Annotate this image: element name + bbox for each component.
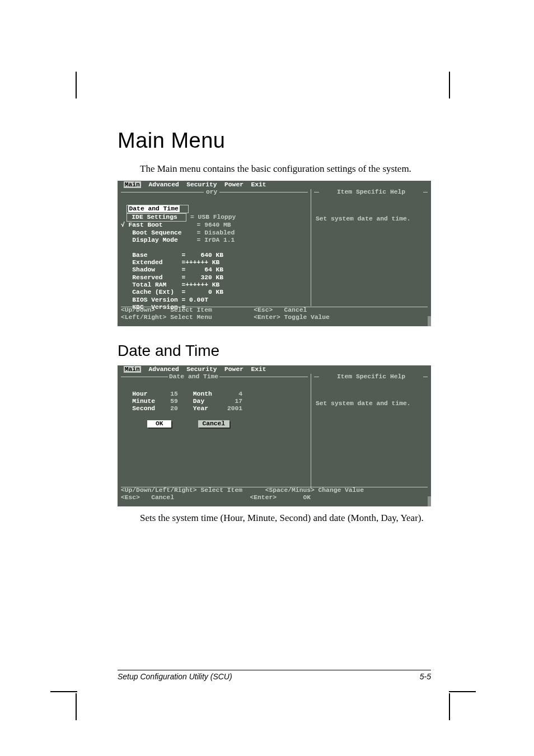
- value-minute[interactable]: 59: [170, 398, 178, 405]
- value-day[interactable]: 17: [235, 398, 242, 405]
- help-text: Set system date and time.: [316, 215, 428, 223]
- label-hour: Hour: [132, 391, 147, 397]
- bios-menubar: Main Advanced Security Power Exit: [118, 365, 431, 374]
- footer-page-number: 5-5: [420, 672, 431, 681]
- label-minute: Minute: [132, 398, 155, 405]
- mem-base-val: = 640 KB: [181, 252, 223, 259]
- value-hour[interactable]: 15: [170, 391, 178, 397]
- mem-biosver-val: = 0.00T: [181, 297, 208, 303]
- label-year: Year: [193, 405, 208, 412]
- label-day: Day: [193, 398, 204, 405]
- bios-main-screenshot: Main Advanced Security Power Exit ory It…: [118, 181, 431, 326]
- mem-biosver: BIOS Version: [132, 297, 177, 303]
- bios-date-time-screenshot: Main Advanced Security Power Exit Date a…: [118, 365, 431, 506]
- value-month[interactable]: 4: [238, 391, 242, 397]
- val-fast-boot: = 9640 MB: [197, 222, 231, 228]
- mem-shadow: Shadow: [132, 266, 155, 273]
- mem-reserved-val: = 320 KB: [181, 274, 223, 281]
- value-year[interactable]: 2001: [227, 405, 242, 412]
- intro-text: The Main menu contains the basic configu…: [140, 163, 431, 175]
- ok-button[interactable]: OK: [147, 420, 171, 428]
- menu-main[interactable]: Main: [124, 366, 141, 373]
- menu-exit[interactable]: Exit: [251, 181, 266, 188]
- value-second[interactable]: 20: [170, 405, 178, 412]
- crop-mark: [449, 693, 450, 720]
- menu-exit[interactable]: Exit: [251, 366, 266, 373]
- bios-footer: <Up/Down/Left/Right> Select Item <Space/…: [118, 486, 431, 504]
- page-title: Main Menu: [118, 129, 431, 153]
- item-fast-boot[interactable]: Fast Boot: [129, 222, 163, 228]
- bios-menubar: Main Advanced Security Power Exit: [118, 181, 431, 189]
- mem-reserved: Reserved: [132, 274, 162, 281]
- crop-mark: [76, 72, 77, 98]
- val-display-mode: = IrDA 1.1: [197, 237, 235, 243]
- mem-extended-val: =++++++ KB: [181, 259, 219, 266]
- fast-boot-check-icon: √: [121, 222, 125, 228]
- val-boot-seq: = Disabled: [197, 229, 235, 236]
- item-ide-settings[interactable]: IDE Settings: [132, 214, 177, 220]
- crop-mark: [50, 691, 77, 692]
- item-date-time[interactable]: Date and Time: [128, 205, 180, 212]
- mem-extended: Extended: [132, 259, 162, 266]
- menu-main[interactable]: Main: [124, 181, 141, 188]
- caption-text: Sets the system time (Hour, Minute, Seco…: [140, 512, 431, 525]
- mem-total-val: =++++++ KB: [181, 281, 219, 288]
- scrollbar-stub: [428, 496, 431, 506]
- sub-title: Date and Time: [118, 342, 431, 360]
- item-boot-sequence[interactable]: Boot Sequence: [132, 229, 181, 236]
- footer-left: Setup Configuration Utility (SCU): [118, 672, 232, 681]
- label-second: Second: [132, 405, 155, 412]
- mem-base: Base: [132, 252, 147, 259]
- menu-power[interactable]: Power: [224, 181, 243, 188]
- item-display-mode[interactable]: Display Mode: [132, 237, 177, 243]
- menu-security[interactable]: Security: [186, 366, 217, 373]
- page-footer: Setup Configuration Utility (SCU) 5-5: [118, 670, 431, 681]
- crop-mark: [449, 72, 450, 98]
- label-month: Month: [193, 391, 212, 397]
- mem-cache: Cache (Ext): [132, 289, 174, 295]
- val-ide: = USB Floppy: [190, 214, 236, 220]
- crop-mark: [449, 691, 476, 692]
- menu-advanced[interactable]: Advanced: [148, 181, 179, 188]
- help-text: Set system date and time.: [316, 400, 428, 407]
- menu-advanced[interactable]: Advanced: [148, 366, 179, 373]
- mem-shadow-val: = 64 KB: [182, 266, 224, 273]
- crop-mark: [76, 693, 77, 720]
- mem-total: Total RAM: [132, 281, 166, 288]
- scrollbar-stub: [428, 316, 431, 326]
- cancel-button[interactable]: Cancel: [198, 420, 229, 428]
- menu-security[interactable]: Security: [186, 181, 217, 188]
- menu-power[interactable]: Power: [224, 366, 243, 373]
- mem-cache-val: = 0 KB: [181, 289, 223, 295]
